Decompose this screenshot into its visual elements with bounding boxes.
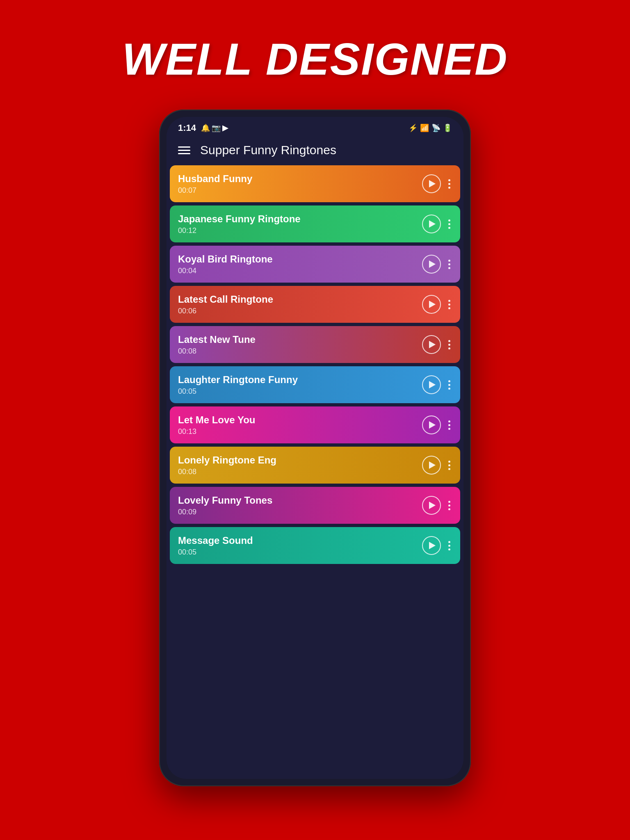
play-button[interactable]	[422, 496, 441, 515]
phone-screen: 1:14 🔔 📷 ▶ ⚡ 📶 📡 🔋 Supper Funny Ringtone…	[167, 117, 463, 779]
play-button[interactable]	[422, 415, 441, 434]
status-time: 1:14	[178, 123, 196, 133]
play-button[interactable]	[422, 174, 441, 193]
app-title: Supper Funny Ringtones	[200, 143, 336, 157]
song-list-item: Husband Funny 00:07	[170, 165, 460, 202]
song-name: Lonely Ringtone Eng	[178, 454, 422, 466]
notification-icon: 🔔	[201, 123, 210, 132]
song-list-item: Latest New Tune 00:08	[170, 326, 460, 363]
play-button[interactable]	[422, 375, 441, 394]
song-duration: 00:05	[178, 548, 422, 557]
song-info: Let Me Love You 00:13	[178, 414, 422, 436]
more-options-button[interactable]	[447, 419, 452, 431]
status-bar-left: 1:14 🔔 📷 ▶	[178, 123, 228, 133]
play-status-icon: ▶	[222, 123, 228, 132]
song-list-item: Message Sound 00:05	[170, 527, 460, 564]
play-button[interactable]	[422, 255, 441, 274]
play-button[interactable]	[422, 456, 441, 475]
song-name: Message Sound	[178, 535, 422, 546]
song-name: Let Me Love You	[178, 414, 422, 426]
play-icon	[429, 220, 436, 228]
play-icon	[429, 502, 436, 509]
song-list-item: Koyal Bird Ringtone 00:04	[170, 246, 460, 283]
song-controls	[422, 255, 452, 274]
play-icon	[429, 461, 436, 469]
play-icon	[429, 341, 436, 348]
phone-mockup: 1:14 🔔 📷 ▶ ⚡ 📶 📡 🔋 Supper Funny Ringtone…	[159, 110, 471, 786]
song-list-item: Lovely Funny Tones 00:09	[170, 487, 460, 524]
play-button[interactable]	[422, 295, 441, 314]
more-options-button[interactable]	[447, 338, 452, 351]
song-list-item: Let Me Love You 00:13	[170, 406, 460, 443]
song-name: Lovely Funny Tones	[178, 495, 422, 506]
song-duration: 00:12	[178, 226, 422, 235]
song-info: Message Sound 00:05	[178, 535, 422, 557]
battery-icon: 🔋	[443, 123, 452, 132]
song-controls	[422, 174, 452, 193]
status-bar-right: ⚡ 📶 📡 🔋	[409, 123, 452, 132]
song-info: Lovely Funny Tones 00:09	[178, 495, 422, 516]
more-options-button[interactable]	[447, 459, 452, 472]
song-name: Koyal Bird Ringtone	[178, 253, 422, 265]
play-button[interactable]	[422, 335, 441, 354]
song-duration: 00:05	[178, 387, 422, 396]
song-controls	[422, 215, 452, 233]
play-icon	[429, 260, 436, 268]
more-options-button[interactable]	[447, 298, 452, 311]
play-icon	[429, 542, 436, 549]
song-controls	[422, 536, 452, 555]
song-name: Japanese Funny Ringtone	[178, 213, 422, 225]
song-name: Latest Call Ringtone	[178, 294, 422, 305]
song-controls	[422, 456, 452, 475]
song-list-item: Lonely Ringtone Eng 00:08	[170, 447, 460, 484]
song-duration: 00:08	[178, 468, 422, 476]
more-options-button[interactable]	[447, 178, 452, 190]
song-controls	[422, 496, 452, 515]
page-headline: WELL DESIGNED	[122, 33, 508, 85]
song-name: Husband Funny	[178, 173, 422, 185]
song-duration: 00:09	[178, 508, 422, 516]
more-options-button[interactable]	[447, 499, 452, 512]
play-button[interactable]	[422, 215, 441, 233]
signal-alt-icon: ⚡	[409, 123, 418, 132]
song-info: Laughter Ringtone Funny 00:05	[178, 374, 422, 396]
song-list-item: Laughter Ringtone Funny 00:05	[170, 366, 460, 403]
status-bar: 1:14 🔔 📷 ▶ ⚡ 📶 📡 🔋	[167, 117, 463, 137]
song-info: Japanese Funny Ringtone 00:12	[178, 213, 422, 235]
song-duration: 00:07	[178, 186, 422, 195]
song-list-item: Japanese Funny Ringtone 00:12	[170, 205, 460, 242]
song-controls	[422, 375, 452, 394]
song-duration: 00:08	[178, 347, 422, 356]
instagram-icon: 📷	[212, 123, 221, 132]
song-info: Husband Funny 00:07	[178, 173, 422, 195]
play-icon	[429, 301, 436, 308]
app-bar: Supper Funny Ringtones	[167, 137, 463, 164]
play-icon	[429, 421, 436, 429]
play-icon	[429, 180, 436, 187]
song-info: Koyal Bird Ringtone 00:04	[178, 253, 422, 275]
hamburger-menu-button[interactable]	[178, 146, 190, 154]
more-options-button[interactable]	[447, 379, 452, 391]
more-options-button[interactable]	[447, 218, 452, 231]
song-duration: 00:04	[178, 267, 422, 275]
song-info: Lonely Ringtone Eng 00:08	[178, 454, 422, 476]
song-name: Laughter Ringtone Funny	[178, 374, 422, 386]
song-controls	[422, 295, 452, 314]
more-options-button[interactable]	[447, 258, 452, 271]
song-list: Husband Funny 00:07 Japanese Funny Ringt…	[167, 164, 463, 779]
song-list-item: Latest Call Ringtone 00:06	[170, 286, 460, 323]
song-info: Latest New Tune 00:08	[178, 334, 422, 356]
song-duration: 00:06	[178, 307, 422, 315]
song-controls	[422, 415, 452, 434]
play-icon	[429, 381, 436, 388]
play-button[interactable]	[422, 536, 441, 555]
song-name: Latest New Tune	[178, 334, 422, 345]
more-options-button[interactable]	[447, 539, 452, 552]
signal-icon: 📡	[431, 123, 441, 132]
wifi-icon: 📶	[420, 123, 429, 132]
song-info: Latest Call Ringtone 00:06	[178, 294, 422, 315]
song-controls	[422, 335, 452, 354]
song-duration: 00:13	[178, 427, 422, 436]
